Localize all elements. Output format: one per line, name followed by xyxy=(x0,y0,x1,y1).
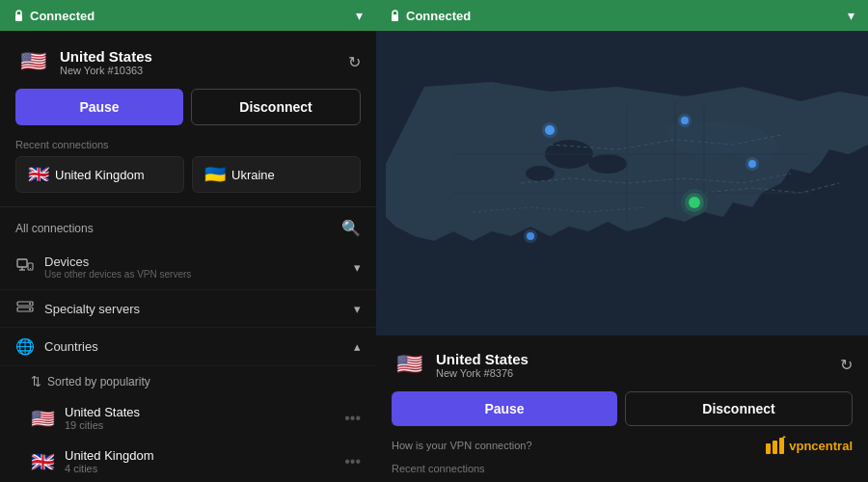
svg-point-13 xyxy=(588,154,627,174)
right-server-info: 🇺🇸 United States New York #8376 xyxy=(392,347,529,382)
left-server-info: 🇺🇸 United States New York #10363 xyxy=(15,44,152,79)
svg-point-23 xyxy=(678,114,692,127)
right-connected-text: Connected xyxy=(406,9,471,23)
sort-row: ⇅ Sorted by popularity xyxy=(0,366,376,396)
svg-rect-32 xyxy=(773,441,777,454)
country-uk[interactable]: 🇬🇧 United Kingdom 4 cities ••• xyxy=(0,440,376,482)
devices-name: Devices xyxy=(44,254,191,269)
recent-uk-name: United Kingdom xyxy=(55,168,145,182)
left-refresh-icon[interactable]: ↻ xyxy=(348,53,361,71)
connected-bar-left: Connected xyxy=(14,9,95,23)
right-connected-bar-left: Connected xyxy=(390,9,471,23)
svg-rect-1 xyxy=(17,259,27,267)
right-recent-label: Recent connections xyxy=(392,457,853,474)
category-devices[interactable]: Devices Use other devices as VPN servers… xyxy=(0,245,376,290)
search-icon[interactable]: 🔍 xyxy=(341,219,361,237)
right-bottom: 🇺🇸 United States New York #8376 ↻ Pause … xyxy=(376,335,868,482)
vpn-quality-row: How is your VPN connection? vpncentral xyxy=(392,434,853,457)
devices-chevron: ▾ xyxy=(354,260,361,275)
vpncentral-text: vpncentral xyxy=(789,439,853,453)
divider-1 xyxy=(0,206,376,207)
uk-more-icon[interactable]: ••• xyxy=(344,453,361,470)
svg-rect-33 xyxy=(779,438,784,454)
recent-ukraine-name: Ukraine xyxy=(231,168,275,182)
sort-icon: ⇅ xyxy=(31,374,41,388)
country-us[interactable]: 🇺🇸 United States 19 cities ••• xyxy=(0,396,376,440)
countries-row-left: 🌐 Countries xyxy=(15,337,98,356)
connections-list: Devices Use other devices as VPN servers… xyxy=(0,245,376,482)
svg-point-8 xyxy=(29,303,31,305)
specialty-icon xyxy=(15,300,35,317)
right-connected-bar[interactable]: Connected ▾ xyxy=(376,0,868,31)
right-chevron-icon: ▾ xyxy=(848,8,854,23)
countries-label: Countries xyxy=(44,339,98,354)
uk-cities: 4 cities xyxy=(65,463,154,474)
us-cities: 19 cities xyxy=(65,419,140,431)
uk-flag: 🇬🇧 xyxy=(31,450,55,473)
right-server-name: United States xyxy=(436,351,529,367)
right-pause-button[interactable]: Pause xyxy=(392,391,617,426)
vpncentral-icon xyxy=(765,436,786,455)
left-server-name: United States xyxy=(60,48,152,65)
right-server-row: 🇺🇸 United States New York #8376 ↻ xyxy=(392,347,853,382)
left-panel: Connected ▾ 🇺🇸 United States New York #1… xyxy=(0,0,376,482)
country-uk-left: 🇬🇧 United Kingdom 4 cities xyxy=(31,448,154,474)
vpncentral-logo: vpncentral xyxy=(765,436,853,455)
map-area xyxy=(376,31,868,335)
right-server-details: United States New York #8376 xyxy=(436,351,529,379)
right-refresh-icon[interactable]: ↻ xyxy=(840,356,853,374)
devices-sub: Use other devices as VPN servers xyxy=(44,269,191,280)
countries-section: ⇅ Sorted by popularity 🇺🇸 United States … xyxy=(0,366,376,482)
specialty-chevron: ▾ xyxy=(354,302,361,316)
us-more-icon[interactable]: ••• xyxy=(344,410,361,427)
left-server-sub: New York #10363 xyxy=(60,65,152,76)
specialty-name: Specialty servers xyxy=(44,302,140,316)
right-server-sub: New York #8376 xyxy=(436,367,529,379)
ukraine-flag-icon: 🇺🇦 xyxy=(204,164,226,185)
left-action-buttons: Pause Disconnect xyxy=(0,89,376,139)
svg-rect-0 xyxy=(15,14,22,21)
category-countries[interactable]: 🌐 Countries ▴ xyxy=(0,328,376,366)
recent-item-uk[interactable]: 🇬🇧 United Kingdom xyxy=(15,156,184,193)
all-connections-label: All connections xyxy=(15,222,94,235)
left-connected-bar[interactable]: Connected ▾ xyxy=(0,0,376,31)
uk-name: United Kingdom xyxy=(65,448,154,463)
specialty-row-left: Specialty servers xyxy=(15,300,140,317)
svg-point-14 xyxy=(526,166,555,181)
left-recent-connections: 🇬🇧 United Kingdom 🇺🇦 Ukraine xyxy=(0,156,376,206)
sort-label: Sorted by popularity xyxy=(47,375,150,388)
uk-flag-icon: 🇬🇧 xyxy=(28,164,49,185)
left-disconnect-button[interactable]: Disconnect xyxy=(191,89,361,125)
all-connections-header: All connections 🔍 xyxy=(0,213,376,245)
map-svg xyxy=(376,31,868,335)
right-panel: Connected ▾ xyxy=(376,0,868,482)
devices-icon xyxy=(15,258,35,276)
devices-row-left: Devices Use other devices as VPN servers xyxy=(15,254,191,280)
left-recent-label: Recent connections xyxy=(0,139,376,156)
left-server-details: United States New York #10363 xyxy=(60,48,152,76)
globe-icon: 🌐 xyxy=(15,337,35,356)
svg-point-30 xyxy=(681,189,708,216)
lock-icon xyxy=(14,10,24,22)
devices-info: Devices Use other devices as VPN servers xyxy=(44,254,191,280)
svg-point-27 xyxy=(524,229,537,243)
us-flag: 🇺🇸 xyxy=(31,407,55,430)
left-current-server: 🇺🇸 United States New York #10363 ↻ xyxy=(0,31,376,89)
left-pause-button[interactable]: Pause xyxy=(15,89,183,125)
left-chevron-icon: ▾ xyxy=(356,8,363,23)
svg-rect-10 xyxy=(392,14,398,21)
us-name: United States xyxy=(65,405,140,419)
left-connected-text: Connected xyxy=(30,9,95,23)
quality-text: How is your VPN connection? xyxy=(392,440,532,451)
right-lock-icon xyxy=(390,10,400,22)
svg-point-25 xyxy=(746,157,759,171)
right-action-buttons: Pause Disconnect xyxy=(392,391,853,426)
svg-point-21 xyxy=(542,122,557,138)
right-disconnect-button[interactable]: Disconnect xyxy=(625,391,853,426)
countries-chevron: ▴ xyxy=(354,339,361,354)
left-server-flag: 🇺🇸 xyxy=(15,44,50,79)
svg-point-9 xyxy=(29,308,31,310)
category-specialty[interactable]: Specialty servers ▾ xyxy=(0,290,376,328)
right-server-flag: 🇺🇸 xyxy=(392,347,426,382)
recent-item-ukraine[interactable]: 🇺🇦 Ukraine xyxy=(192,156,361,193)
